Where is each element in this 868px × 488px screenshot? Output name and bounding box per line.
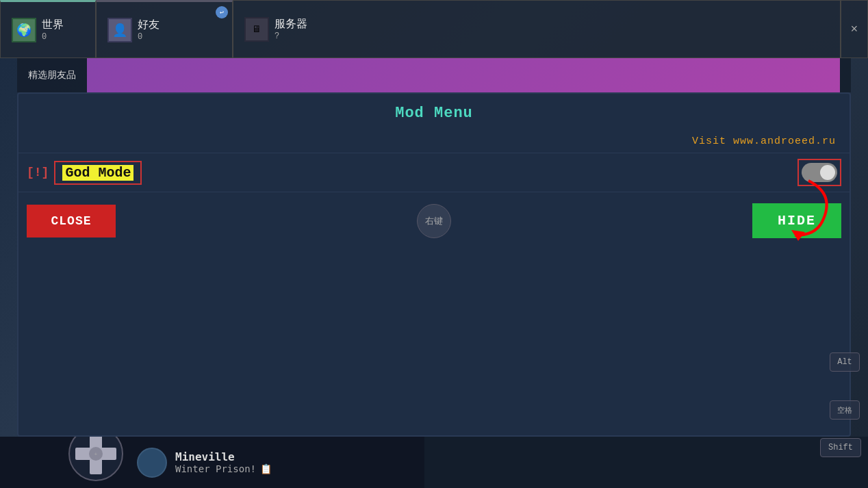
bottom-content: Mineville Winter Prison! 📋 [0, 437, 868, 488]
servers-tab-label: 服务器 [275, 17, 307, 31]
friends-tab-label: 好友 [138, 18, 159, 32]
tab-friends[interactable]: 👤 好友 0 ↩ [96, 0, 233, 58]
toggle-knob [820, 165, 835, 180]
hide-button[interactable]: HIDE [752, 203, 841, 238]
server-avatar [137, 448, 167, 478]
server-info: Mineville Winter Prison! 📋 [175, 450, 272, 474]
space-key-button[interactable]: 空格 [830, 400, 860, 420]
mod-menu-dialog: Mod Menu Visit www.androeed.ru [!] God M… [17, 92, 851, 437]
god-mode-row: [!] God Mode [18, 153, 850, 192]
god-mode-icon: [!] [27, 166, 49, 179]
close-button[interactable]: CLOSE [27, 205, 116, 237]
servers-tab-count: ? [275, 31, 307, 41]
god-mode-label: God Mode [62, 165, 133, 181]
server-subtitle: Winter Prison! 📋 [175, 463, 272, 474]
tab-world[interactable]: 🌍 世界 0 [0, 0, 96, 58]
god-mode-label-wrapper: God Mode [54, 161, 142, 185]
dpad-cross: + [75, 433, 116, 474]
subtab-label: 精选朋友品 [28, 69, 76, 81]
servers-icon: 🖥 [244, 17, 269, 42]
shift-key-button[interactable]: Shift [820, 438, 861, 457]
notification-badge: ↩ [216, 6, 228, 18]
server-panel-right [424, 437, 868, 488]
subtab-banner [87, 58, 840, 92]
dpad-center: + [89, 447, 103, 461]
god-mode-toggle[interactable] [802, 163, 837, 182]
action-row: CLOSE 右键 HIDE [18, 192, 850, 249]
server-name: Mineville [175, 450, 272, 463]
top-nav-bar: 🌍 世界 0 👤 好友 0 ↩ 🖥 服务器 ? × [0, 0, 868, 58]
tab-servers[interactable]: 🖥 服务器 ? [233, 0, 841, 58]
friends-tab-count: 0 [138, 32, 159, 42]
right-key-button[interactable]: 右键 [417, 204, 451, 238]
mod-menu-title: Mod Menu [18, 94, 850, 133]
toggle-wrapper [797, 159, 841, 186]
close-tab-button[interactable]: × [841, 0, 868, 58]
alt-key-button[interactable]: Alt [830, 352, 860, 372]
mod-menu-body [18, 249, 850, 435]
world-icon: 🌍 [12, 18, 36, 42]
friends-icon: 👤 [107, 18, 132, 42]
visit-text: Visit www.androeed.ru [18, 133, 850, 153]
subtab-area: 精选朋友品 [17, 58, 851, 92]
bottom-ui-bar: Mineville Winter Prison! 📋 [0, 437, 868, 488]
world-tab-label: 世界 [42, 18, 64, 32]
world-tab-count: 0 [42, 32, 64, 42]
server-panel-left: Mineville Winter Prison! 📋 [0, 437, 424, 488]
